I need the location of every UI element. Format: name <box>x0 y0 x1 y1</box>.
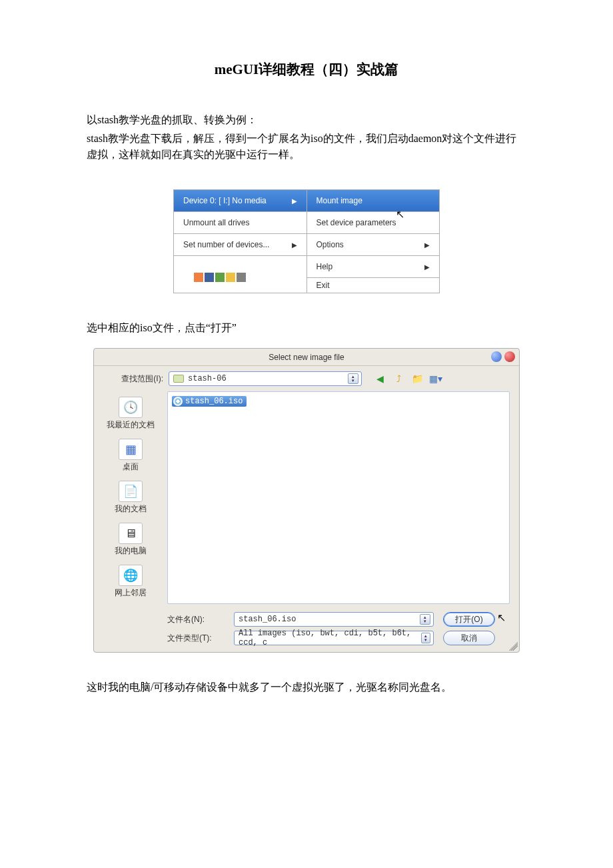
recent-docs-icon: 🕓 <box>119 397 143 418</box>
place-label: 我最近的文档 <box>107 419 155 431</box>
button-label: 取消 <box>461 633 477 644</box>
close-button[interactable] <box>504 351 515 362</box>
place-label: 桌面 <box>123 461 139 473</box>
menu-label: Device 0: [ I:] No media <box>183 196 267 205</box>
tray-icon <box>205 273 214 282</box>
submenu-arrow-icon: ▶ <box>292 197 297 205</box>
network-icon: 🌐 <box>119 565 143 586</box>
paragraph-select-iso: 选中相应的iso文件，点击“打开” <box>87 320 526 336</box>
tray-icon <box>226 273 235 282</box>
my-computer-icon: 🖥 <box>119 523 143 544</box>
dialog-title: Select new image file <box>269 353 344 362</box>
nav-newfolder-icon[interactable]: 📁 <box>411 373 423 385</box>
menu-item-options[interactable]: Options ▶ <box>307 234 440 255</box>
tray-icon <box>194 273 203 282</box>
menu-label: Set number of devices... <box>183 240 269 249</box>
menu-item-mount-image[interactable]: Mount image <box>307 190 440 211</box>
submenu-arrow-icon: ▶ <box>292 241 297 249</box>
cursor-icon: ↖ <box>396 208 404 221</box>
places-mycomputer[interactable]: 🖥 我的电脑 <box>115 523 147 557</box>
tray-icon <box>237 273 246 282</box>
menu-item-set-device-params[interactable]: Set device parameters <box>307 212 440 233</box>
menu-label: Unmount all drives <box>183 218 249 227</box>
file-item-name: stash_06.iso <box>185 397 243 406</box>
file-list-pane[interactable]: stash_06.iso <box>167 391 510 604</box>
nav-back-icon[interactable]: ◀ <box>374 373 386 385</box>
lookin-combo[interactable]: stash-06 ▴▾ <box>169 371 362 386</box>
paragraph-result: 这时我的电脑/可移动存储设备中就多了一个虚拟光驱了，光驱名称同光盘名。 <box>87 679 526 695</box>
cancel-button[interactable]: 取消 <box>443 631 495 645</box>
lookin-value: stash-06 <box>188 374 227 383</box>
place-label: 我的电脑 <box>115 545 147 557</box>
place-label: 网上邻居 <box>115 587 147 599</box>
filename-label: 文件名(N): <box>167 614 225 625</box>
file-item-selected[interactable]: stash_06.iso <box>172 396 247 407</box>
open-button[interactable]: 打开(O) <box>443 612 495 627</box>
my-documents-icon: 📄 <box>119 481 143 502</box>
filetype-label: 文件类型(T): <box>167 633 225 644</box>
filename-value: stash_06.iso <box>239 615 296 624</box>
menu-item-device0[interactable]: Device 0: [ I:] No media ▶ <box>174 190 306 211</box>
menu-item-set-number-devices[interactable]: Set number of devices... ▶ <box>174 234 306 255</box>
dropdown-icon[interactable]: ▴▾ <box>348 373 358 384</box>
taskbar-tray <box>174 267 306 282</box>
places-recent[interactable]: 🕓 我最近的文档 <box>107 397 155 431</box>
places-network[interactable]: 🌐 网上邻居 <box>115 565 147 599</box>
places-mydocs[interactable]: 📄 我的文档 <box>115 481 147 515</box>
nav-views-icon[interactable]: ▦▾ <box>430 373 442 385</box>
place-label: 我的文档 <box>115 503 147 515</box>
paragraph-daemon: stash教学光盘下载后，解压，得到一个扩展名为iso的文件，我们启动daemo… <box>87 131 526 163</box>
iso-file-icon <box>173 397 183 406</box>
submenu-arrow-icon: ▶ <box>424 263 430 271</box>
menu-label: Options <box>316 240 344 249</box>
desktop-icon: ▦ <box>119 439 143 460</box>
daemon-menu-screenshot: Device 0: [ I:] No media ▶ Mount image U… <box>173 189 440 293</box>
paragraph-intro: 以stash教学光盘的抓取、转换为例： <box>87 112 526 128</box>
dropdown-icon[interactable]: ▴▾ <box>420 614 430 625</box>
nav-up-icon[interactable]: ⤴ <box>392 373 404 385</box>
menu-label: Set device parameters <box>316 218 396 227</box>
minimize-button[interactable] <box>491 351 502 362</box>
cursor-icon: ↖ <box>497 611 506 624</box>
menu-item-unmount-all[interactable]: Unmount all drives <box>174 212 306 233</box>
lookin-label: 查找范围(I): <box>103 373 163 385</box>
tray-icon <box>215 273 225 282</box>
submenu-arrow-icon: ▶ <box>424 241 430 249</box>
button-label: 打开(O) <box>455 614 482 625</box>
dropdown-icon[interactable]: ▴▾ <box>421 633 430 643</box>
filetype-combo[interactable]: All images (iso, bwt, cdi, b5t, b6t, ccd… <box>234 631 434 645</box>
menu-label: Exit <box>316 281 330 290</box>
places-desktop[interactable]: ▦ 桌面 <box>119 439 143 473</box>
page-title: meGUI详细教程（四）实战篇 <box>87 60 526 79</box>
filename-combo[interactable]: stash_06.iso ▴▾ <box>234 612 434 627</box>
menu-label: Help <box>316 262 333 271</box>
menu-label: Mount image <box>316 196 362 205</box>
filetype-value: All images (iso, bwt, cdi, b5t, b6t, ccd… <box>239 629 417 647</box>
resize-grip-icon[interactable] <box>508 641 518 651</box>
menu-item-help[interactable]: Help ▶ <box>307 256 440 277</box>
folder-icon <box>173 375 184 383</box>
file-dialog-screenshot: Select new image file 查找范围(I): stash-06 … <box>93 348 520 653</box>
menu-item-exit[interactable]: Exit <box>307 278 440 293</box>
